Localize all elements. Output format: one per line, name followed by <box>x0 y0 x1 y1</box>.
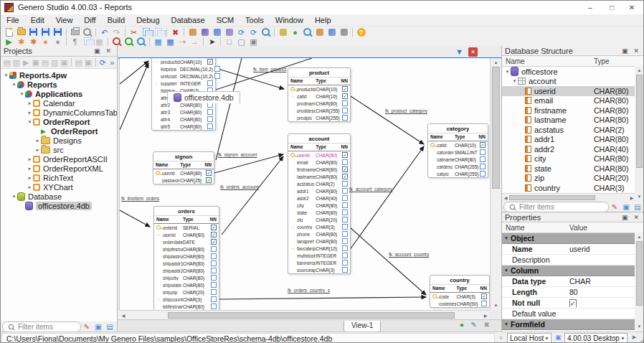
property-value[interactable]: userid <box>569 245 635 253</box>
float-panel-icon[interactable]: ▣ <box>619 214 631 221</box>
db-structure-hscrollbar[interactable]: ◀ ▶ <box>502 193 635 202</box>
scroll-down-icon[interactable]: ▼ <box>635 322 644 331</box>
delete-icon[interactable]: ✖ <box>169 27 181 37</box>
canvas-hscrollbar[interactable]: ◀ ▶ <box>119 310 490 320</box>
table-row-shipstate[interactable]: shipstateCHAR(80) <box>154 281 219 288</box>
diagram-table-account[interactable]: accountNameTypeNNuseridCHAR(80)✓emailCHA… <box>288 133 351 274</box>
table-row-addr2[interactable]: addr2CHAR(40) <box>288 194 350 202</box>
tree-expander-icon[interactable]: ▾ <box>511 78 518 84</box>
scroll-left-icon[interactable]: ◀ <box>502 194 509 202</box>
rebuild-icon[interactable] <box>199 27 211 37</box>
close-panel-icon[interactable]: ✕ <box>630 214 642 221</box>
scroll-down-icon[interactable]: ▼ <box>491 301 501 310</box>
diagram-table-signon[interactable]: signonNameTypeNNuseridCHAR(80)✓passwordC… <box>153 151 214 184</box>
filter-funnel-icon[interactable]: ▼ <box>455 47 463 56</box>
grid-icon[interactable]: ▦ <box>93 37 105 47</box>
run-project-icon[interactable]: ▶ <box>22 57 31 67</box>
column-name-header[interactable]: Name <box>502 57 594 65</box>
tree-expander-icon[interactable]: ▸ <box>27 100 33 106</box>
table-row-firstname[interactable]: firstnameCHAR(80)✓ <box>288 166 350 173</box>
group-expander-icon[interactable]: ▾ <box>502 321 511 327</box>
close-tab-icon[interactable]: ✕ <box>468 47 478 57</box>
tree-item-orderreportascii[interactable]: ▸OrderReportASCII <box>1 154 117 164</box>
not-null-checkbox[interactable] <box>480 164 486 169</box>
db-tree-item-email[interactable]: emailCHAR(80) <box>502 96 635 106</box>
property-group-object[interactable]: ▾Object <box>502 233 635 244</box>
db-tree-item-firstname[interactable]: firstnameCHAR(80) <box>502 105 635 116</box>
table-row-attr4[interactable]: attr4CHAR(80) <box>152 116 215 123</box>
table-row-userid[interactable]: useridCHAR(80)✓ <box>288 151 350 159</box>
diagram-table-country[interactable]: countryNameTypeNNcodeCHAR(3)✓codedescCHA… <box>430 275 490 308</box>
diagram-table-product[interactable]: productNameTypeNNproductidCHAR(10)✓→cati… <box>288 67 351 122</box>
table-row-productid[interactable]: →productidCHAR(10)✓ <box>152 58 215 65</box>
table-row-state[interactable]: stateCHAR(80) <box>288 209 350 216</box>
new-file-icon[interactable] <box>3 27 15 37</box>
run-icon[interactable]: ▶ <box>3 37 15 47</box>
float-panel-icon[interactable]: ▣ <box>91 47 103 55</box>
group-expander-icon[interactable]: ▾ <box>502 268 511 273</box>
tree-item-applications[interactable]: ▾Applications <box>1 89 117 98</box>
db-tree-item-country[interactable]: countryCHAR(3) <box>502 183 635 193</box>
property-row-data-type[interactable]: Data typeCHAR <box>502 276 635 287</box>
not-null-checkbox[interactable] <box>480 149 486 155</box>
table-row-unitcost[interactable]: unitcostDECIMAL(10,2) <box>152 72 215 80</box>
menu-build[interactable]: Build <box>102 14 131 26</box>
db-tree-item-acstatus[interactable]: acstatusCHAR(2) <box>502 125 635 135</box>
package-icon[interactable] <box>223 27 235 37</box>
user-icon[interactable] <box>313 27 326 37</box>
not-null-checkbox[interactable] <box>211 260 217 266</box>
tree-item-designs[interactable]: ▸Designs <box>1 136 117 145</box>
table-row-city[interactable]: cityCHAR(80) <box>288 202 350 209</box>
not-null-checkbox[interactable] <box>342 238 348 244</box>
tree-expander-icon[interactable]: ▸ <box>27 110 33 116</box>
copy-icon[interactable] <box>140 27 152 37</box>
not-null-checkbox[interactable] <box>342 188 348 194</box>
table-row-shipcity[interactable]: shipcityCHAR(80) <box>154 274 219 281</box>
tree-expander-icon[interactable]: ▸ <box>27 156 33 162</box>
clean-project-icon[interactable]: ▤ <box>40 57 49 67</box>
table-row-catid[interactable]: →catidCHAR(10)✓ <box>288 93 350 100</box>
zoom-reset-icon[interactable] <box>135 37 147 47</box>
tree-expander-icon[interactable]: ▾ <box>19 91 25 97</box>
table-row-proddesc[interactable]: proddescCHAR(255) <box>288 107 350 114</box>
property-group-column[interactable]: ▾Column <box>502 266 635 276</box>
refresh-icon[interactable]: ⟳ <box>98 57 107 67</box>
not-null-checkbox[interactable] <box>342 267 348 273</box>
add-group-icon[interactable]: ▣ <box>60 57 69 67</box>
not-null-checkbox[interactable] <box>480 171 486 177</box>
pointer-tool-icon[interactable]: ➤ <box>206 37 218 47</box>
filter-clear-icon[interactable]: ✎ <box>609 203 620 211</box>
close-button[interactable]: ✕ <box>622 2 642 13</box>
table-row-catdesc[interactable]: catdescCHAR(255) <box>428 163 488 170</box>
scroll-right-icon[interactable]: ▶ <box>481 311 490 320</box>
not-null-checkbox[interactable] <box>342 260 348 266</box>
not-null-checkbox[interactable] <box>342 100 348 106</box>
not-null-checkbox[interactable] <box>342 210 348 215</box>
run-db-icon[interactable]: ● <box>289 27 301 37</box>
property-value[interactable]: 80 <box>569 288 635 296</box>
bug-icon[interactable]: ● <box>39 37 52 47</box>
group-expander-icon[interactable]: ▾ <box>502 235 511 241</box>
fk-label-fk_product_category[interactable]: fk_product_category <box>385 108 427 113</box>
not-null-checkbox[interactable] <box>342 195 348 201</box>
build-icon[interactable] <box>186 27 199 37</box>
tree-expander-icon[interactable]: ▾ <box>3 72 9 78</box>
undo-icon[interactable]: ↶ <box>98 27 110 37</box>
not-null-checkbox[interactable]: ✓ <box>206 177 212 183</box>
tree-item-src[interactable]: ▸src <box>1 145 117 154</box>
project-properties-icon[interactable]: ▤ <box>2 57 11 67</box>
menu-file[interactable]: File <box>1 14 25 26</box>
show-table-icon[interactable]: ▦ <box>152 37 164 47</box>
menu-window[interactable]: Window <box>270 14 309 26</box>
not-null-checkbox[interactable] <box>342 181 348 187</box>
scroll-down-icon[interactable]: ▼ <box>635 192 644 201</box>
fk-label-fk_item_product[interactable]: fk_item_product <box>253 67 286 72</box>
tree-item-officestore-4db[interactable]: officestore.4db <box>1 201 117 210</box>
not-null-checkbox[interactable] <box>342 253 348 258</box>
tree-item-orderreport[interactable]: ▶OrderReport <box>1 126 117 136</box>
db-vscroll-thumb[interactable] <box>636 75 643 168</box>
run-config-icon[interactable]: ➤ <box>631 334 637 341</box>
menu-tools[interactable]: Tools <box>240 14 270 26</box>
view-tab[interactable]: View-1 <box>344 321 381 332</box>
not-null-checkbox[interactable] <box>214 66 220 72</box>
